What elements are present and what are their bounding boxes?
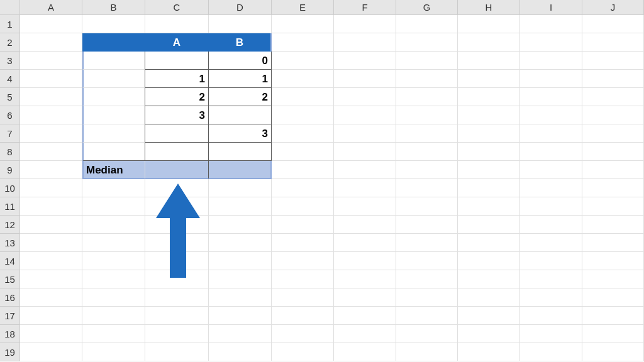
cell-E12[interactable]	[272, 216, 334, 234]
row-header-16[interactable]: 16	[0, 288, 20, 307]
col-header-J[interactable]: J	[582, 0, 644, 15]
cell-D4[interactable]: 1	[209, 70, 272, 88]
cell-A14[interactable]	[20, 252, 82, 270]
cell-E18[interactable]	[272, 325, 334, 343]
cell-E5[interactable]	[272, 88, 334, 106]
cell-I13[interactable]	[520, 234, 582, 252]
median-A-cell[interactable]	[145, 161, 209, 179]
spreadsheet-grid[interactable]: A B C D E F G H I J 1 2 3 4 5 6 7 8 9 10…	[0, 0, 644, 362]
row-header-9[interactable]: 9	[0, 161, 20, 179]
cell-C12[interactable]	[145, 216, 209, 234]
cell-B12[interactable]	[82, 216, 145, 234]
cell-J4[interactable]	[582, 70, 644, 88]
cell-D16[interactable]	[209, 288, 272, 307]
cell-C11[interactable]	[145, 197, 209, 216]
cell-F19[interactable]	[334, 343, 396, 361]
cell-G9[interactable]	[396, 161, 458, 179]
cell-C16[interactable]	[145, 288, 209, 307]
cell-F18[interactable]	[334, 325, 396, 343]
cell-B14[interactable]	[82, 252, 145, 270]
cell-D14[interactable]	[209, 252, 272, 270]
cell-G12[interactable]	[396, 216, 458, 234]
row-header-18[interactable]: 18	[0, 325, 20, 343]
cell-E4[interactable]	[272, 70, 334, 88]
cell-A6[interactable]	[20, 106, 82, 124]
cell-E9[interactable]	[272, 161, 334, 179]
col-header-C[interactable]: C	[145, 0, 209, 15]
cell-D6[interactable]	[209, 106, 272, 124]
cell-I17[interactable]	[520, 307, 582, 325]
cell-B4[interactable]	[82, 70, 145, 88]
cell-H9[interactable]	[458, 161, 520, 179]
table-header-A[interactable]: A	[145, 33, 209, 52]
row-header-5[interactable]: 5	[0, 88, 20, 106]
cell-H16[interactable]	[458, 288, 520, 307]
cell-H8[interactable]	[458, 143, 520, 161]
cell-F5[interactable]	[334, 88, 396, 106]
median-B-cell[interactable]	[209, 161, 272, 179]
cell-G13[interactable]	[396, 234, 458, 252]
cell-D7[interactable]: 3	[209, 124, 272, 143]
cell-I9[interactable]	[520, 161, 582, 179]
cell-G17[interactable]	[396, 307, 458, 325]
row-header-1[interactable]: 1	[0, 15, 20, 33]
cell-C8[interactable]	[145, 143, 209, 161]
cell-D10[interactable]	[209, 179, 272, 197]
cell-J16[interactable]	[582, 288, 644, 307]
row-header-14[interactable]: 14	[0, 252, 20, 270]
cell-G2[interactable]	[396, 33, 458, 52]
cell-I1[interactable]	[520, 15, 582, 33]
cell-G10[interactable]	[396, 179, 458, 197]
cell-C7[interactable]	[145, 124, 209, 143]
cell-F2[interactable]	[334, 33, 396, 52]
cell-E6[interactable]	[272, 106, 334, 124]
cell-E17[interactable]	[272, 307, 334, 325]
cell-C14[interactable]	[145, 252, 209, 270]
row-header-4[interactable]: 4	[0, 70, 20, 88]
cell-E19[interactable]	[272, 343, 334, 361]
cell-J7[interactable]	[582, 124, 644, 143]
cell-I15[interactable]	[520, 270, 582, 288]
cell-F16[interactable]	[334, 288, 396, 307]
table-header-empty[interactable]	[82, 33, 145, 52]
cell-A7[interactable]	[20, 124, 82, 143]
cell-A12[interactable]	[20, 216, 82, 234]
table-header-B[interactable]: B	[209, 33, 272, 52]
cell-J17[interactable]	[582, 307, 644, 325]
cell-B15[interactable]	[82, 270, 145, 288]
cell-G1[interactable]	[396, 15, 458, 33]
cell-J8[interactable]	[582, 143, 644, 161]
cell-F13[interactable]	[334, 234, 396, 252]
cell-D11[interactable]	[209, 197, 272, 216]
cell-D19[interactable]	[209, 343, 272, 361]
cell-F7[interactable]	[334, 124, 396, 143]
cell-E13[interactable]	[272, 234, 334, 252]
cell-E1[interactable]	[272, 15, 334, 33]
cell-I16[interactable]	[520, 288, 582, 307]
cell-B16[interactable]	[82, 288, 145, 307]
cell-D17[interactable]	[209, 307, 272, 325]
col-header-F[interactable]: F	[334, 0, 396, 15]
row-header-12[interactable]: 12	[0, 216, 20, 234]
cell-I4[interactable]	[520, 70, 582, 88]
select-all-corner[interactable]	[0, 0, 20, 15]
cell-A18[interactable]	[20, 325, 82, 343]
cell-A5[interactable]	[20, 88, 82, 106]
cell-F3[interactable]	[334, 52, 396, 70]
cell-B13[interactable]	[82, 234, 145, 252]
cell-A16[interactable]	[20, 288, 82, 307]
cell-A2[interactable]	[20, 33, 82, 52]
cell-J1[interactable]	[582, 15, 644, 33]
cell-B8[interactable]	[82, 143, 145, 161]
cell-E7[interactable]	[272, 124, 334, 143]
cell-A13[interactable]	[20, 234, 82, 252]
cell-F9[interactable]	[334, 161, 396, 179]
col-header-I[interactable]: I	[520, 0, 582, 15]
cell-C18[interactable]	[145, 325, 209, 343]
cell-A9[interactable]	[20, 161, 82, 179]
cell-H14[interactable]	[458, 252, 520, 270]
col-header-G[interactable]: G	[396, 0, 458, 15]
cell-D15[interactable]	[209, 270, 272, 288]
cell-D13[interactable]	[209, 234, 272, 252]
cell-D8[interactable]	[209, 143, 272, 161]
